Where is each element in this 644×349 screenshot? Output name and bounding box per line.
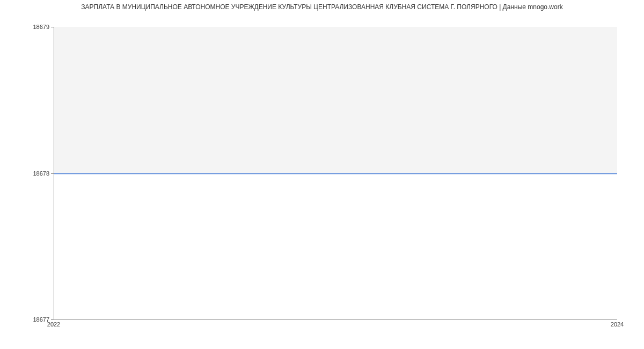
y-tick bbox=[51, 319, 54, 320]
y-tick bbox=[51, 27, 54, 27]
plot-background-upper bbox=[54, 27, 617, 173]
x-axis-tick-label: 2024 bbox=[611, 321, 624, 328]
y-axis-tick-label: 18678 bbox=[33, 170, 49, 177]
x-axis-tick-label: 2022 bbox=[47, 321, 60, 328]
chart-container: ЗАРПЛАТА В МУНИЦИПАЛЬНОЕ АВТОНОМНОЕ УЧРЕ… bbox=[0, 0, 644, 349]
y-tick bbox=[51, 173, 54, 174]
data-line bbox=[54, 173, 617, 174]
y-axis-tick-label: 18679 bbox=[33, 24, 49, 30]
chart-title: ЗАРПЛАТА В МУНИЦИПАЛЬНОЕ АВТОНОМНОЕ УЧРЕ… bbox=[0, 3, 644, 11]
